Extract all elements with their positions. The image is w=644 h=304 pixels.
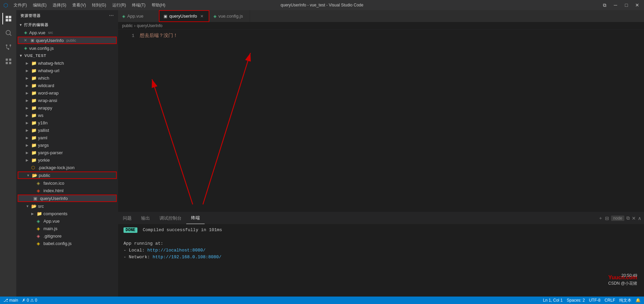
tree-item-index-html[interactable]: ◈ index.html: [16, 187, 118, 194]
terminal-local-url[interactable]: http://localhost:8080/: [147, 248, 206, 253]
tree-item-wrappy[interactable]: ▶ 📁 wrappy: [16, 104, 118, 112]
maximize-button[interactable]: □: [623, 2, 630, 8]
editor-content[interactable]: 1 想去后端？没门！: [118, 29, 644, 212]
terminal-line-blank: [124, 234, 639, 240]
tab-vueconfig[interactable]: ◈ vue.config.js: [209, 10, 250, 22]
title-bar-menu: 文件(F) 编辑(E) 选择(S) 查看(V) 转到(G) 运行(R) 终端(T…: [11, 2, 168, 9]
tab-vueconfig-label: vue.config.js: [219, 14, 243, 19]
tree-item-gitignore[interactable]: ◈ .gitignore: [16, 232, 118, 240]
activity-explorer[interactable]: [2, 13, 14, 24]
tab-appvue[interactable]: ◈ App.vue: [118, 10, 159, 22]
panel-tab-problems[interactable]: 问题: [118, 212, 136, 224]
folder-word-wrap-name: word-wrap: [38, 90, 59, 96]
tree-item-queryuserinfo[interactable]: ▣ queryUserInfo: [18, 195, 117, 202]
panel-node-badge: node: [611, 216, 624, 221]
svg-point-0: [6, 31, 11, 35]
tree-item-yargs-parser[interactable]: ▶ 📁 yargs-parser: [16, 149, 118, 156]
panel-add-icon[interactable]: ＋: [598, 215, 603, 221]
tree-item-babel-config[interactable]: ◈ babel.config.js: [16, 240, 118, 247]
tree-item-word-wrap[interactable]: ▶ 📁 word-wrap: [16, 89, 118, 97]
minimize-button[interactable]: ─: [612, 2, 619, 8]
status-branch[interactable]: ⎇ main: [3, 298, 18, 303]
tree-item-ws[interactable]: ▶ 📁 ws: [16, 112, 118, 119]
tree-item-yallist[interactable]: ▶ 📁 yallist: [16, 126, 118, 134]
tree-item-whatwg-url[interactable]: ▶ 📁 whatwg-url: [16, 67, 118, 74]
menu-goto[interactable]: 转到(G): [89, 2, 109, 9]
folder-yargs-parser-name: yargs-parser: [38, 150, 63, 155]
status-spaces[interactable]: Spaces: 2: [567, 298, 585, 303]
tab-queryuserinfo-close[interactable]: ✕: [199, 14, 205, 19]
status-errors[interactable]: ✗ 0 ⚠ 0: [22, 298, 37, 303]
tree-item-which[interactable]: ▶ 📁 which: [16, 74, 118, 82]
terminal-network-url[interactable]: http://192.168.0.108:8080/: [153, 255, 222, 260]
menu-run[interactable]: 运行(R): [110, 2, 129, 9]
tree-item-favicon[interactable]: ◈ favicon.ico: [16, 179, 118, 187]
tree-item-y18n[interactable]: ▶ 📁 y18n: [16, 119, 118, 126]
tree-item-public[interactable]: ▼ 📂 public: [18, 171, 117, 179]
panel-tab-terminal[interactable]: 终端: [186, 212, 205, 224]
more-icon[interactable]: ⋯: [109, 13, 114, 18]
breadcrumb-public[interactable]: public: [122, 23, 133, 28]
menu-file[interactable]: 文件(F): [11, 2, 30, 9]
open-editors-arrow: ▼: [19, 23, 23, 27]
status-ln-col[interactable]: Ln 1, Col 1: [543, 298, 563, 303]
folder-yorkie-icon: 📁: [31, 158, 37, 163]
status-bell[interactable]: 🔔: [636, 298, 641, 303]
status-eol[interactable]: CRLF: [605, 298, 615, 303]
layout-icon[interactable]: ⧉: [601, 2, 608, 8]
panel-tab-debug[interactable]: 调试控制台: [155, 212, 186, 224]
tree-item-wildcard[interactable]: ▶ 📁 wildcard: [16, 82, 118, 89]
folder-yargs-icon: 📁: [31, 143, 37, 148]
open-editors-header[interactable]: ▼ 打开的编辑器: [16, 21, 118, 29]
status-lang[interactable]: 纯文本: [619, 298, 631, 303]
tree-item-package-lock[interactable]: ⬡ .package-lock.json: [16, 164, 118, 171]
tree-item-main-js[interactable]: ◈ main.js: [16, 225, 118, 232]
tab-queryuserinfo[interactable]: ▣ queryUserInfo ✕: [159, 10, 209, 22]
app-vue-name: App.vue: [43, 219, 60, 224]
file-icon: ▣: [30, 38, 35, 43]
tree-item-src[interactable]: ▼ 📂 src: [16, 202, 118, 210]
open-editor-appvue[interactable]: ◈ App.vue src: [16, 29, 118, 36]
arrow-y18n: ▶: [26, 121, 30, 125]
breadcrumb-queryuserinfo[interactable]: queryUserInfo: [137, 23, 162, 28]
main-js-name: main.js: [43, 226, 57, 231]
activity-source-control[interactable]: [2, 41, 14, 53]
tree-item-app-vue[interactable]: ◈ App.vue: [16, 217, 118, 225]
open-editor-vueconfig[interactable]: ◈ vue.config.js: [16, 44, 118, 52]
folder-word-wrap-icon: 📁: [31, 90, 37, 96]
tree-item-yargs[interactable]: ▶ 📁 yargs: [16, 141, 118, 149]
status-encoding[interactable]: UTF-8: [589, 298, 601, 303]
arrow-public: ▼: [26, 174, 31, 177]
tree-item-whatwg-fetch[interactable]: ▶ 📁 whatwg-fetch: [16, 59, 118, 67]
folder-wildcard-icon: 📁: [31, 83, 37, 88]
panel-chevron-icon[interactable]: ∧: [638, 216, 641, 221]
arrow-components: ▶: [31, 212, 35, 216]
project-header[interactable]: ▼ VUE_TEST: [16, 52, 118, 59]
activity-extensions[interactable]: [2, 56, 14, 67]
menu-select[interactable]: 选择(S): [50, 2, 69, 9]
panel-layout-icon[interactable]: ⧉: [626, 215, 630, 221]
folder-wrappy-icon: 📁: [31, 105, 37, 110]
tree-item-yorkie[interactable]: ▶ 📁 yorkie: [16, 156, 118, 164]
tree-item-wrap-ansi[interactable]: ▶ 📁 wrap-ansi: [16, 97, 118, 104]
panel-tab-output[interactable]: 输出: [136, 212, 155, 224]
panel-split-icon[interactable]: ⊟: [605, 216, 609, 221]
tree-item-components[interactable]: ▶ 📁 components: [16, 210, 118, 217]
folder-public-name: public: [39, 173, 50, 178]
close-button[interactable]: ✕: [634, 2, 641, 8]
tree-item-yaml[interactable]: ▶ 📁 yaml: [16, 134, 118, 141]
menu-help[interactable]: 帮助(H): [149, 2, 168, 9]
terminal-line-network: - Network: http://192.168.0.108:8080/: [124, 254, 639, 261]
open-editor-queryuserinfo-path: public: [67, 38, 76, 42]
svg-point-3: [10, 44, 11, 46]
main-js-icon: ◈: [37, 226, 42, 231]
menu-terminal[interactable]: 终端(T): [129, 2, 148, 9]
menu-view[interactable]: 查看(V): [70, 2, 89, 9]
close-icon-small[interactable]: ✕: [24, 38, 27, 43]
open-editor-queryuserinfo[interactable]: ✕ ▣ queryUserInfo public: [18, 37, 117, 44]
panel-close-icon[interactable]: ✕: [632, 216, 636, 221]
menu-edit[interactable]: 编辑(E): [30, 2, 49, 9]
watermark-subtext: CSDN @小花猪: [608, 281, 637, 286]
activity-search[interactable]: [2, 27, 14, 39]
terminal-line-app: App running at:: [124, 240, 639, 247]
